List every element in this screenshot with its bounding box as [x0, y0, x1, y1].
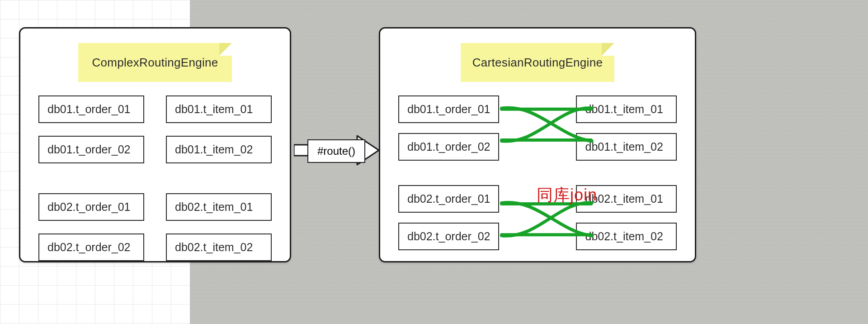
table-box: db02.t_order_01 — [398, 185, 499, 213]
sticky-note-right: CartesianRoutingEngine — [461, 43, 614, 82]
table-box: db02.t_item_02 — [576, 223, 677, 250]
route-arrow-label: #route() — [307, 139, 365, 163]
table-box: db02.t_order_02 — [398, 223, 499, 250]
table-box: db02.t_item_01 — [166, 193, 272, 221]
table-box: db02.t_order_01 — [38, 193, 144, 221]
row-gap — [38, 176, 272, 181]
card-complex-routing: ComplexRoutingEngine db01.t_order_01 db0… — [19, 27, 291, 262]
table-box: db02.t_item_01 — [576, 185, 677, 213]
table-box: db02.t_item_02 — [166, 233, 272, 261]
right-box-grid: db01.t_order_01 db01.t_item_01 db01.t_or… — [393, 95, 682, 250]
table-box: db01.t_item_01 — [166, 95, 272, 123]
table-box: db01.t_order_01 — [398, 95, 499, 123]
sticky-note-right-label: CartesianRoutingEngine — [472, 56, 603, 70]
table-box: db02.t_order_02 — [38, 233, 144, 261]
sticky-note-fold-icon — [219, 43, 232, 56]
table-box: db01.t_item_02 — [166, 136, 272, 163]
table-box: db01.t_order_02 — [38, 136, 144, 163]
row-gap — [398, 171, 677, 175]
table-box: db01.t_item_01 — [576, 95, 677, 123]
table-box: db01.t_order_02 — [398, 133, 499, 161]
route-arrow: #route() — [294, 131, 380, 169]
sticky-note-fold-icon — [602, 43, 614, 56]
table-box: db01.t_item_02 — [576, 133, 677, 161]
card-cartesian-routing: CartesianRoutingEngine db01.t_order_01 d… — [379, 27, 696, 262]
sticky-note-left-label: ComplexRoutingEngine — [92, 56, 218, 70]
sticky-note-left: ComplexRoutingEngine — [78, 43, 232, 82]
table-box: db01.t_order_01 — [38, 95, 144, 123]
left-box-grid: db01.t_order_01 db01.t_item_01 db01.t_or… — [33, 95, 277, 261]
